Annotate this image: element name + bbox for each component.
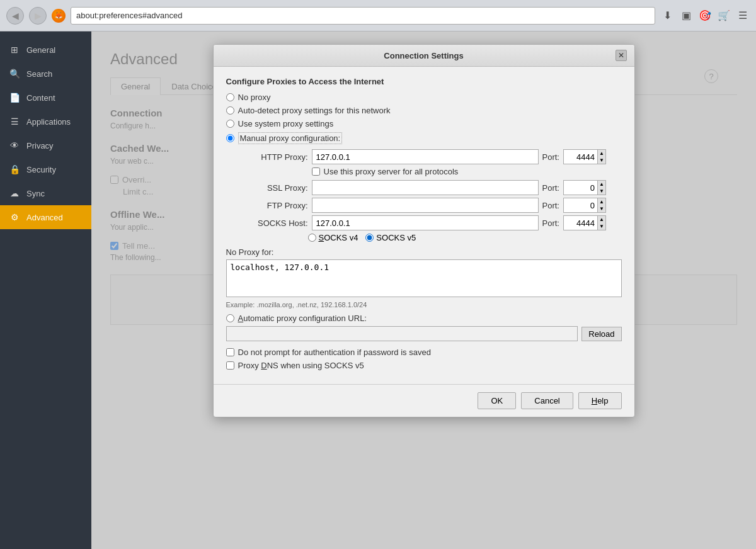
sidebar: ⊞ General 🔍 Search 📄 Content ☰ Applicati… <box>0 31 91 549</box>
socks-port-input[interactable] <box>563 215 598 230</box>
pocket-icon[interactable]: 🎯 <box>698 9 712 23</box>
ssl-port-down[interactable]: ▼ <box>598 188 605 195</box>
manual-proxy-label[interactable]: Manual proxy configuration: <box>238 132 343 144</box>
auto-proxy-url-input[interactable] <box>226 326 578 341</box>
http-proxy-input[interactable] <box>312 149 539 164</box>
firefox-logo: 🦊 <box>52 9 66 23</box>
http-proxy-label: HTTP Proxy: <box>226 152 308 162</box>
browser-chrome: ◀ ▶ 🦊 about:preferences#advanced ⬇ ▣ 🎯 🛒… <box>0 0 756 31</box>
do-not-prompt-label[interactable]: Do not prompt for authentication if pass… <box>238 348 431 357</box>
general-icon: ⊞ <box>9 44 20 55</box>
use-all-protocols-label[interactable]: Use this proxy server for all protocols <box>324 167 459 176</box>
socks-host-input[interactable] <box>312 215 539 230</box>
dialog-close-button[interactable]: ✕ <box>616 50 627 61</box>
socks-v5-label[interactable]: SOCKS v5 <box>376 233 416 242</box>
system-proxy-radio[interactable] <box>226 120 234 128</box>
socks-port-label: Port: <box>542 218 559 228</box>
no-proxy-radio[interactable] <box>226 93 234 101</box>
cart-icon[interactable]: 🛒 <box>717 9 731 23</box>
sidebar-item-search[interactable]: 🔍 Search <box>0 62 91 86</box>
do-not-prompt-checkbox[interactable] <box>226 348 234 356</box>
http-port-spinner: ▲ ▼ <box>598 149 606 164</box>
dialog-title: Connection Settings <box>232 51 616 60</box>
content-area: ? Advanced General Data Choices Update C… <box>91 31 756 549</box>
ssl-port-input[interactable] <box>563 180 598 195</box>
auto-detect-radio[interactable] <box>226 106 234 115</box>
content-icon: 📄 <box>9 92 20 103</box>
ftp-proxy-label: FTP Proxy: <box>226 201 308 210</box>
socks-v5-radio[interactable] <box>365 234 374 242</box>
do-not-prompt-row: Do not prompt for authentication if pass… <box>226 348 622 357</box>
dialog-section-title: Configure Proxies to Access the Internet <box>226 77 622 86</box>
radio-auto-detect: Auto-detect proxy settings for this netw… <box>226 106 622 115</box>
security-icon: 🔒 <box>9 164 20 175</box>
ok-button[interactable]: OK <box>478 392 516 409</box>
socks-v4-label[interactable]: SOCKS v4 <box>319 233 358 242</box>
applications-icon: ☰ <box>9 116 20 127</box>
auto-proxy-row: Automatic proxy configuration URL: <box>226 314 622 323</box>
sidebar-item-content[interactable]: 📄 Content <box>0 86 91 110</box>
forward-button[interactable]: ▶ <box>29 7 47 25</box>
ssl-port-up[interactable]: ▲ <box>598 181 605 188</box>
back-button[interactable]: ◀ <box>6 7 24 25</box>
radio-no-proxy: No proxy <box>226 93 622 102</box>
privacy-icon: 👁 <box>9 140 20 151</box>
ssl-port-spinner: ▲ ▼ <box>598 180 606 195</box>
ssl-port-label: Port: <box>542 183 559 193</box>
tab-icon[interactable]: ▣ <box>679 9 693 23</box>
main-layout: ⊞ General 🔍 Search 📄 Content ☰ Applicati… <box>0 31 756 549</box>
toolbar-icons: ⬇ ▣ 🎯 🛒 ☰ <box>660 9 750 23</box>
socks-port-up[interactable]: ▲ <box>598 216 605 223</box>
http-port-up[interactable]: ▲ <box>598 150 605 157</box>
sidebar-item-general[interactable]: ⊞ General <box>0 38 91 62</box>
auto-detect-label[interactable]: Auto-detect proxy settings for this netw… <box>238 106 391 115</box>
socks-version-row: SOCKS v4 SOCKS v5 <box>308 233 622 242</box>
address-bar[interactable]: about:preferences#advanced <box>71 7 655 25</box>
use-all-protocols-checkbox[interactable] <box>312 167 320 176</box>
sidebar-item-sync[interactable]: ☁ Sync <box>0 181 91 205</box>
socks-v5-option: SOCKS v5 <box>365 233 416 242</box>
ftp-port-label: Port: <box>542 201 559 210</box>
search-icon: 🔍 <box>9 68 20 79</box>
dialog-body: Configure Proxies to Access the Internet… <box>214 67 634 384</box>
socks-v4-radio[interactable] <box>308 234 316 242</box>
ftp-port-down[interactable]: ▼ <box>598 205 605 212</box>
example-text: Example: .mozilla.org, .net.nz, 192.168.… <box>226 301 622 308</box>
radio-system-proxy: Use system proxy settings <box>226 119 622 128</box>
proxy-dns-checkbox[interactable] <box>226 361 234 370</box>
advanced-icon: ⚙ <box>9 212 20 223</box>
no-proxy-textarea[interactable]: localhost, 127.0.0.1 <box>226 259 622 297</box>
ftp-port-spinner: ▲ ▼ <box>598 198 606 213</box>
no-proxy-for-label: No Proxy for: <box>226 247 622 257</box>
help-button[interactable]: Help <box>578 392 622 409</box>
http-port-label: Port: <box>542 152 559 162</box>
ftp-port-up[interactable]: ▲ <box>598 198 605 205</box>
dialog-header: Connection Settings ✕ <box>214 45 634 67</box>
sidebar-item-advanced[interactable]: ⚙ Advanced <box>0 205 91 229</box>
dialog-overlay: Connection Settings ✕ Configure Proxies … <box>91 31 756 549</box>
ftp-port-input[interactable] <box>563 198 598 213</box>
ssl-proxy-input[interactable] <box>312 180 539 195</box>
proxy-dns-label[interactable]: Proxy DNS when using SOCKS v5 <box>238 361 364 370</box>
cancel-button[interactable]: Cancel <box>521 392 573 409</box>
socks-port-down[interactable]: ▼ <box>598 223 605 230</box>
ftp-proxy-input[interactable] <box>312 198 539 213</box>
auto-url-radio[interactable] <box>226 314 234 322</box>
ssl-proxy-label: SSL Proxy: <box>226 183 308 193</box>
download-icon[interactable]: ⬇ <box>660 9 674 23</box>
http-port-input[interactable] <box>563 149 598 164</box>
http-port-down[interactable]: ▼ <box>598 157 605 164</box>
menu-icon[interactable]: ☰ <box>736 9 750 23</box>
proxy-dns-row: Proxy DNS when using SOCKS v5 <box>226 361 622 370</box>
no-proxy-label[interactable]: No proxy <box>238 93 271 102</box>
manual-proxy-radio[interactable] <box>226 134 234 142</box>
sidebar-item-privacy[interactable]: 👁 Privacy <box>0 133 91 157</box>
system-proxy-label[interactable]: Use system proxy settings <box>238 119 334 128</box>
sidebar-item-applications[interactable]: ☰ Applications <box>0 110 91 133</box>
sidebar-item-security[interactable]: 🔒 Security <box>0 157 91 181</box>
auto-url-label[interactable]: Automatic proxy configuration URL: <box>238 314 367 323</box>
socks-host-label: SOCKS Host: <box>226 218 308 228</box>
reload-button[interactable]: Reload <box>581 327 621 341</box>
sync-icon: ☁ <box>9 188 20 199</box>
radio-manual-proxy: Manual proxy configuration: <box>226 132 622 144</box>
